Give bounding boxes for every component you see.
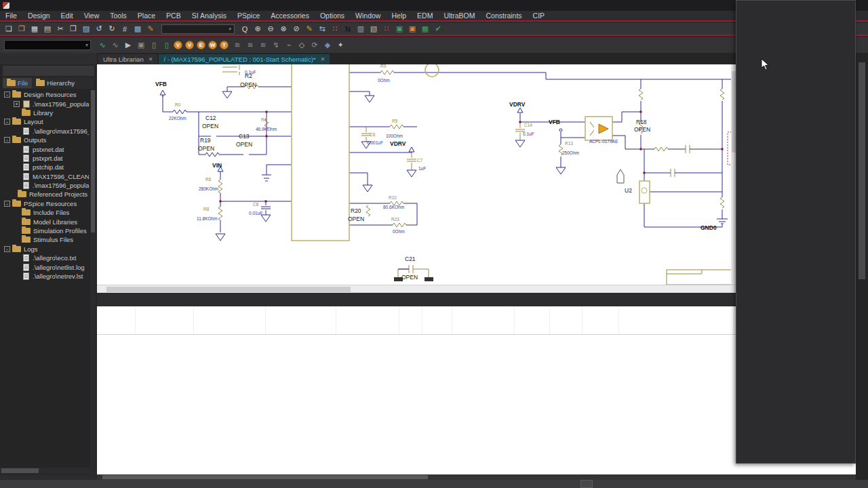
history-icon[interactable]: ⟳ — [309, 40, 321, 51]
menu-item[interactable]: Help — [386, 12, 412, 20]
pcb-section-bar[interactable] — [3, 66, 94, 76]
cut-icon[interactable]: ✂ — [54, 24, 66, 35]
project-tree-vscrollbar[interactable] — [90, 90, 96, 488]
project-panel-tab[interactable]: Hierarchy — [32, 78, 79, 88]
dots-icon[interactable]: ∷ — [380, 24, 393, 35]
col-min-order-qty[interactable] — [583, 306, 619, 334]
save-icon[interactable]: ▦ — [28, 24, 41, 35]
col-description[interactable] — [194, 306, 266, 334]
diamond-icon[interactable]: ◇ — [296, 40, 308, 51]
tree-expander[interactable]: - — [4, 119, 10, 125]
copy-icon[interactable]: ❒ — [67, 24, 79, 35]
search-icon[interactable]: Q — [239, 24, 251, 35]
menu-item[interactable]: Options — [315, 12, 350, 20]
menu-item[interactable]: Design — [22, 12, 56, 20]
part-manager-orange-icon[interactable]: ▣ — [406, 24, 418, 35]
menu-item[interactable]: SI Analysis — [186, 12, 232, 20]
tree-item[interactable]: .\allegro\netrev.lst — [0, 272, 89, 281]
tree-item[interactable]: .\allegro\max17596_ — [0, 127, 89, 136]
menu-item[interactable]: EDM — [412, 12, 438, 20]
scroll-left-arrow-icon[interactable] — [98, 287, 104, 293]
menu-item[interactable]: Accessories — [265, 12, 315, 20]
new-sim-profile-icon[interactable]: ∿ — [96, 40, 108, 51]
pause-sim-icon[interactable]: ▣ — [135, 40, 147, 51]
menu-item[interactable]: UltraBOM — [438, 12, 480, 20]
col-manufacturer[interactable] — [266, 306, 336, 334]
tree-item[interactable]: - Outputs — [0, 136, 89, 144]
col-status[interactable] — [399, 306, 422, 334]
app-vscrollbar[interactable] — [856, 53, 868, 480]
project-panel-tab[interactable]: File — [3, 78, 32, 88]
zoom-out-icon[interactable]: ⊖ — [264, 24, 277, 35]
run-pspice-icon[interactable]: ▶ — [122, 40, 134, 51]
create-netlist-icon[interactable]: ▯ — [161, 40, 173, 51]
tree-item[interactable]: - Layout — [0, 117, 89, 126]
part-search-combo[interactable]: ▾ — [161, 24, 235, 34]
design-cache-icon[interactable]: ▩ — [132, 24, 144, 35]
ultra-librarian-icon[interactable]: ▥ — [355, 24, 367, 35]
temp-marker-icon[interactable]: T — [220, 41, 229, 49]
enable-bias-v-icon[interactable]: ≋ — [231, 40, 243, 51]
print-icon[interactable]: ▤ — [41, 24, 54, 35]
menu-item[interactable]: File — [0, 12, 22, 20]
undo-icon[interactable]: ↺ — [93, 24, 105, 35]
tree-item[interactable]: Model Libraries — [0, 217, 89, 226]
col-manufacturer-pn[interactable] — [336, 306, 399, 334]
tree-item[interactable]: Include Files — [0, 208, 89, 217]
col-reference[interactable] — [97, 306, 136, 334]
zoom-all-icon[interactable]: ⊗ — [277, 24, 290, 35]
toggle-icon[interactable]: ⌁ — [283, 40, 295, 51]
highlight-icon[interactable]: ✎ — [303, 24, 315, 35]
tree-item[interactable]: .\allegro\netlist.log — [0, 262, 89, 271]
menu-item[interactable]: Window — [350, 12, 386, 20]
col-standard-pricing[interactable] — [619, 306, 734, 334]
document-tab[interactable]: Ultra Librarian ✕ — [98, 54, 157, 64]
voltage-diff-marker-icon[interactable]: V — [185, 41, 194, 49]
tree-expander[interactable]: + — [14, 101, 20, 107]
voltage-marker-icon[interactable]: V — [174, 41, 182, 49]
tree-item[interactable]: .\allegro\eco.txt — [0, 253, 89, 262]
tree-item[interactable]: - PSpice Resources — [0, 199, 89, 208]
menu-item[interactable]: Edit — [56, 12, 79, 20]
tree-item[interactable]: - Design Resources — [0, 90, 89, 99]
tree-item[interactable]: Library — [0, 108, 89, 117]
tree-item[interactable]: .\max17596_populat — [0, 181, 89, 190]
enable-bias-p-icon[interactable]: ≋ — [257, 40, 269, 51]
menu-item[interactable]: View — [79, 12, 105, 20]
bom-table-icon[interactable]: ▦ — [419, 24, 431, 35]
document-tab[interactable]: / - (MAX17596_POPULATED : 001-Start Sche… — [159, 54, 330, 64]
open-folder-icon[interactable]: ❐ — [16, 24, 28, 35]
tree-expander[interactable]: - — [4, 137, 10, 143]
current-marker-icon[interactable]: E — [197, 41, 205, 49]
close-icon[interactable]: ✕ — [149, 56, 153, 62]
enable-bias-i-icon[interactable]: ≋ — [244, 40, 256, 51]
menu-item[interactable]: Place — [132, 12, 161, 20]
tree-item[interactable]: Referenced Projects — [0, 190, 89, 199]
tree-expander[interactable]: - — [4, 246, 10, 252]
tree-item[interactable]: pstxnet.dat — [0, 144, 89, 153]
tree-item[interactable]: Stimulus Files — [0, 235, 89, 244]
power-marker-icon[interactable]: W — [208, 41, 217, 49]
col-digikey-pn[interactable] — [452, 306, 515, 334]
redo-icon[interactable]: ↻ — [106, 24, 118, 35]
paste-icon[interactable]: ▨ — [80, 24, 92, 35]
menu-item[interactable]: Constraints — [481, 12, 528, 20]
new-file-icon[interactable]: ❏ — [3, 24, 15, 35]
walk-icon[interactable]: ✦ — [334, 40, 347, 51]
tree-expander[interactable]: - — [4, 92, 10, 98]
sim-profile-combo[interactable]: ▾ — [4, 40, 91, 50]
col-stock[interactable] — [550, 306, 583, 334]
col-packaging[interactable] — [515, 306, 550, 334]
tree-expander[interactable]: - — [4, 201, 10, 207]
menu-item[interactable]: Tools — [104, 12, 132, 20]
bom-hscrollbar[interactable] — [97, 474, 856, 480]
col-value[interactable] — [136, 306, 194, 334]
tree-item[interactable]: pstxprt.dat — [0, 154, 89, 163]
view-netlist-icon[interactable]: ▯ — [148, 40, 160, 51]
zoom-region-icon[interactable]: ⊘ — [290, 24, 302, 35]
tree-item[interactable]: + .\max17596_populat — [0, 99, 89, 108]
tree-item[interactable]: Simulation Profiles — [0, 226, 89, 235]
grid-icon[interactable]: # — [119, 24, 131, 35]
design-sync-icon[interactable]: ✔ — [432, 24, 444, 35]
tree-item[interactable]: MAX17596_CLEAN.P — [0, 172, 89, 181]
